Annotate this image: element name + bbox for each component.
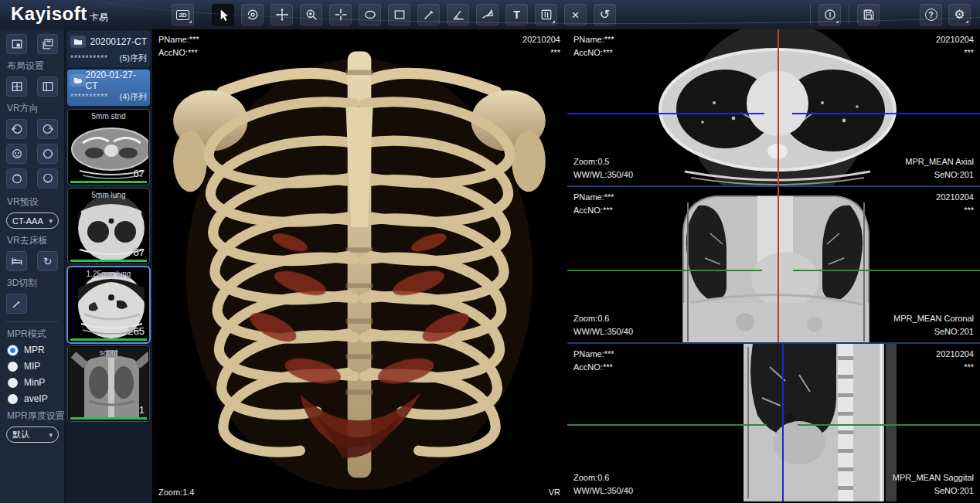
delete-annotation-button[interactable]: ×	[564, 4, 587, 25]
patient-masked-name: **********	[70, 56, 108, 62]
radio-label: MinP	[24, 377, 45, 388]
mpr-mode-radio-mip[interactable]: MIP	[8, 361, 58, 372]
vr-orient-posterior-button[interactable]	[37, 144, 58, 164]
thumbnail-image-count: 265	[128, 325, 145, 337]
series-thumbnail-5mm-stnd[interactable]: 5mm stnd 67	[68, 110, 149, 185]
coronal-crosshair-vertical[interactable]	[778, 187, 779, 344]
vr-orient-right-button[interactable]	[37, 119, 58, 139]
series-count: (4)序列	[120, 91, 147, 103]
layout-2d-button[interactable]: 2D	[172, 4, 194, 25]
2d-mode-icon: 2D	[176, 10, 189, 20]
vr-orient-anterior-button[interactable]	[6, 144, 27, 164]
layout-settings-label: 布局设置	[7, 59, 58, 73]
plane-label: MPR_MEAN Saggital	[893, 471, 974, 484]
layout-preset-icon	[42, 38, 54, 50]
series-thumbnail-5mm-lung[interactable]: 5mm lung 67	[68, 189, 149, 263]
remove-bed-button[interactable]	[6, 251, 27, 271]
vr-bed-removal-label: VR去床板	[7, 234, 58, 247]
thumbnail-label: 5mm stnd	[69, 112, 148, 121]
axial-crosshair-horizontal[interactable]	[567, 113, 764, 114]
coronal-zoom-overlay: Zoom:0.6 WW/WL:350/40	[573, 312, 633, 338]
mpr-mode-label: MPR模式	[7, 328, 58, 341]
layout-left-column-button[interactable]	[37, 76, 58, 97]
reset-view-button[interactable]: ↺	[594, 4, 616, 25]
cobb-angle-tool-button[interactable]	[476, 4, 499, 25]
vr-viewport[interactable]: PName:*** AccNO:*** 20210204 *** Zoom:1.…	[152, 29, 567, 503]
mpr-coronal-viewport[interactable]: PName:*** AccNO:*** 20210204 *** Zoom:0.…	[567, 187, 980, 344]
save-icon	[862, 8, 876, 22]
ellipse-roi-tool-button[interactable]	[359, 4, 381, 25]
study-item-2-selected[interactable]: 2020-01-27-CT ********** (4)序列	[67, 70, 150, 106]
study-date: 20210204	[936, 348, 974, 361]
rectangle-icon	[393, 8, 407, 22]
app-logo: Kayisoft 卡易	[11, 3, 108, 25]
series-thumbnail-scout[interactable]: scout 1	[68, 346, 149, 421]
accno: AccNO:***	[573, 204, 614, 217]
vr-orient-inferior-button[interactable]	[37, 168, 58, 189]
sagittal-crosshair-horizontal[interactable]	[798, 424, 980, 426]
cut-3d-label: 3D切割	[7, 277, 58, 290]
vr-orient-superior-button[interactable]	[6, 168, 27, 189]
series-number: SeNO:201	[905, 168, 974, 182]
mpr-thickness-dropdown[interactable]: 默认 ▾	[6, 427, 59, 443]
vr-preset-value: CT-AAA	[12, 216, 43, 226]
measure-line-tool-button[interactable]	[417, 4, 440, 25]
mpr-mode-radio-aveip[interactable]: aveIP	[8, 393, 58, 404]
pan-tool-button[interactable]	[271, 4, 293, 25]
circled-one-dropdown-button[interactable]	[818, 4, 841, 25]
mpr-mode-radio-mpr[interactable]: MPR	[8, 345, 58, 355]
mpr-thickness-label: MPR厚度设置	[7, 410, 58, 423]
coronal-crosshair-horizontal[interactable]	[567, 270, 762, 271]
coronal-crosshair-horizontal[interactable]	[793, 270, 980, 271]
delete-icon: ×	[572, 8, 580, 22]
cut-3d-button[interactable]	[6, 294, 27, 314]
mpr-sagittal-viewport[interactable]: PName:*** AccNO:*** 20210204 *** Zoom:0.…	[567, 344, 980, 501]
axial-crosshair-horizontal[interactable]	[792, 113, 980, 114]
zoom-icon	[305, 8, 318, 22]
chevron-down-icon: ▾	[49, 431, 53, 439]
radio-icon	[8, 362, 18, 372]
angle-tool-button[interactable]	[447, 4, 469, 25]
pointer-tool-button[interactable]	[212, 4, 234, 25]
axial-crosshair-vertical[interactable]	[778, 29, 779, 187]
crosshair-tool-button[interactable]	[329, 4, 352, 25]
sagittal-crosshair-horizontal[interactable]	[567, 424, 767, 426]
rotate-3d-tool-button[interactable]	[241, 4, 264, 25]
layout-grid-2x2-button[interactable]	[6, 76, 27, 97]
mpr-mode-radio-minp[interactable]: MinP	[8, 377, 58, 388]
pname: PName:***	[158, 33, 199, 46]
accno: AccNO:***	[573, 46, 614, 59]
brand-name: Kayisoft	[11, 3, 87, 25]
mpr-axial-viewport[interactable]: PName:*** AccNO:*** 20210204 *** Zoom:0.…	[567, 29, 980, 187]
axial-plane-overlay: MPR_MEAN Axial SeNO:201	[905, 155, 974, 182]
text-annotation-tool-button[interactable]: T	[505, 4, 528, 25]
bed-icon	[11, 255, 23, 267]
vr-preset-dropdown[interactable]: CT-AAA ▾	[6, 212, 59, 229]
save-button[interactable]	[857, 4, 880, 25]
study-item-1[interactable]: 20200127-CT ********** (5)序列	[67, 31, 150, 67]
layout-single-view-button[interactable]	[6, 34, 27, 54]
vr-rendered-ribcage	[152, 29, 567, 503]
thumbnail-image-count: 67	[134, 246, 145, 258]
accno: AccNO:***	[158, 46, 199, 59]
help-button[interactable]: ?	[920, 4, 942, 25]
settings-button[interactable]: ⚙	[948, 4, 971, 25]
vr-mode-overlay: VR	[549, 486, 560, 499]
restore-bed-button[interactable]: ↻	[37, 251, 58, 271]
layout-preset-button[interactable]	[37, 34, 58, 54]
zoom-factor: Zoom:0.5	[573, 155, 633, 168]
sagittal-study-overlay: 20210204 ***	[936, 348, 974, 374]
zoom-tool-button[interactable]	[300, 4, 322, 25]
window-level-tool-button[interactable]	[535, 4, 557, 25]
radio-label: MPR	[24, 345, 45, 355]
window-level: WW/WL:350/40	[573, 325, 633, 338]
series-number: SeNO:201	[893, 325, 974, 338]
left-control-rail: 布局设置 VR方向	[0, 29, 65, 503]
text-tool-icon: T	[513, 9, 520, 20]
vr-orient-left-button[interactable]	[6, 119, 27, 139]
vr-zoom-overlay: Zoom:1.4	[158, 486, 194, 499]
series-thumbnail-1-25mm-lung[interactable]: 1.25mm lung 265	[68, 267, 149, 342]
sagittal-crosshair-vertical[interactable]	[782, 344, 784, 501]
rectangle-roi-tool-button[interactable]	[388, 4, 410, 25]
masked: ***	[522, 46, 560, 59]
